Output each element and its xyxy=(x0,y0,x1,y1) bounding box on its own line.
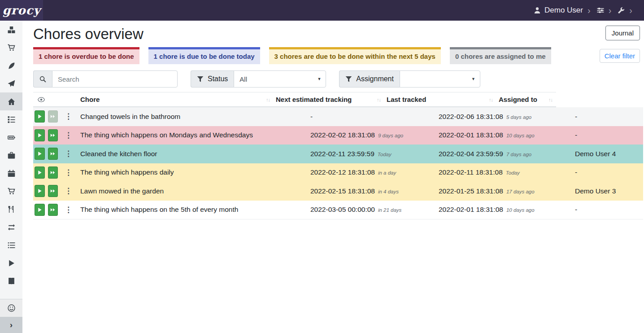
sidebar-item-consume[interactable] xyxy=(0,200,22,218)
chore-name[interactable]: Changed towels in the bathroom xyxy=(78,113,308,121)
settings-menu[interactable]: › xyxy=(597,6,612,15)
sidebar-expand-button[interactable]: › xyxy=(0,317,22,333)
last-tracked-cell: 2022-02-01 18:31:0810 days ago xyxy=(436,206,573,214)
chore-name[interactable]: Cleaned the kitchen floor xyxy=(78,150,308,158)
sidebar-item-tasks[interactable] xyxy=(0,110,22,128)
home-icon xyxy=(8,98,15,105)
exchange-icon xyxy=(8,223,15,231)
table-header: Chore ↑↓ Next estimated tracking ↑↓ Last… xyxy=(33,92,556,107)
user-menu[interactable]: Demo User › xyxy=(534,6,591,15)
column-header-next-tracking[interactable]: Next estimated tracking ↑↓ xyxy=(274,92,384,106)
assignment-select[interactable]: ▼ xyxy=(400,70,480,88)
wrench-icon xyxy=(618,7,625,14)
fast-forward-icon xyxy=(50,114,55,119)
journal-button[interactable]: Journal xyxy=(605,26,640,40)
column-header-chore[interactable]: Chore ↑↓ xyxy=(78,92,274,106)
list-icon xyxy=(8,241,15,249)
track-chore-button[interactable] xyxy=(35,166,45,179)
clear-filter-button[interactable]: Clear filter xyxy=(600,49,640,63)
status-banner[interactable]: 3 chores are due to be done within the n… xyxy=(269,47,441,64)
row-menu-button[interactable]: ⋮ xyxy=(62,150,74,158)
sidebar-item-inventory[interactable] xyxy=(0,236,22,254)
row-menu-button[interactable]: ⋮ xyxy=(62,187,74,195)
app-logo[interactable]: grocy xyxy=(0,0,43,21)
status-filter-group: Status All ▼ xyxy=(191,70,326,88)
chore-name[interactable]: The thing which happens on the 5th of ev… xyxy=(78,206,308,214)
assigned-to-cell: - xyxy=(573,206,643,214)
feather-icon xyxy=(8,62,15,70)
chore-name[interactable]: Lawn mowed in the garden xyxy=(78,187,308,195)
cart-plus-icon xyxy=(8,188,15,195)
skip-chore-button[interactable] xyxy=(48,129,58,141)
play-icon xyxy=(37,114,42,119)
sidebar-footer: › xyxy=(0,299,22,333)
assignment-filter-label: Assignment xyxy=(356,75,394,83)
row-actions: ⋮ xyxy=(33,166,78,179)
sidebar-item-equipment[interactable] xyxy=(0,146,22,164)
skip-chore-button[interactable] xyxy=(48,204,58,216)
column-header-assigned-to[interactable]: Assigned to ↑↓ xyxy=(496,92,556,106)
smiley-icon xyxy=(8,304,15,312)
timeago-text: 10 days ago xyxy=(506,133,535,138)
sidebar-item-stock-overview[interactable] xyxy=(0,21,22,39)
assigned-to-cell: Demo User 4 xyxy=(573,150,643,158)
row-menu-button[interactable]: ⋮ xyxy=(62,131,74,139)
filter-icon xyxy=(197,76,204,83)
chore-name[interactable]: The thing which happens on Mondays and W… xyxy=(78,131,308,139)
track-chore-button[interactable] xyxy=(35,185,45,197)
sidebar-item-calendar[interactable] xyxy=(0,164,22,182)
chevron-right-icon: › xyxy=(609,6,612,15)
skip-chore-button[interactable] xyxy=(48,166,58,179)
status-select[interactable]: All ▼ xyxy=(234,70,326,88)
chore-name[interactable]: The thing which happens daily xyxy=(78,168,308,176)
skip-chore-button[interactable] xyxy=(48,148,58,160)
row-menu-button[interactable]: ⋮ xyxy=(62,206,74,214)
assignment-filter-prepend: Assignment xyxy=(339,70,400,88)
filter-icon xyxy=(345,76,352,83)
last-tracked-cell: 2022-02-04 23:59:597 days ago xyxy=(436,150,573,158)
chore-row: ⋮The thing which happens daily2022-02-12… xyxy=(33,163,643,182)
sidebar-item-shopping-list[interactable] xyxy=(0,39,22,57)
book-icon xyxy=(8,277,15,285)
chevron-right-icon: › xyxy=(587,6,591,15)
sidebar-item-chore-tracking[interactable] xyxy=(0,254,22,272)
user-icon xyxy=(534,7,541,14)
status-filter-prepend: Status xyxy=(191,70,234,88)
skip-chore-button[interactable] xyxy=(48,185,58,197)
row-menu-button[interactable]: ⋮ xyxy=(62,169,74,176)
assigned-to-cell: Demo User 3 xyxy=(573,187,643,195)
skip-chore-button[interactable] xyxy=(48,110,58,123)
play-icon xyxy=(37,188,42,193)
status-banner[interactable]: 0 chores are assigned to me xyxy=(450,47,551,64)
track-chore-button[interactable] xyxy=(35,204,45,216)
fast-forward-icon xyxy=(50,170,55,175)
row-menu-button[interactable]: ⋮ xyxy=(62,113,74,120)
track-chore-button[interactable] xyxy=(35,110,45,123)
sidebar-item-batteries-overview[interactable] xyxy=(0,128,22,146)
search-icon xyxy=(39,76,46,83)
sidebar-item-battery-tracking[interactable] xyxy=(0,272,22,290)
sidebar-item-meal-plan[interactable] xyxy=(0,74,22,92)
last-tracked-cell: 2022-02-11 18:31:08Today xyxy=(436,168,573,176)
sidebar-item-transfer[interactable] xyxy=(0,218,22,236)
status-banner[interactable]: 1 chore is overdue to be done xyxy=(33,47,139,64)
battery-icon xyxy=(8,134,15,141)
fast-forward-icon xyxy=(50,188,55,193)
next-tracking-cell: - xyxy=(308,113,436,121)
search-input[interactable] xyxy=(52,70,178,88)
sidebar-item-purchase[interactable] xyxy=(0,182,22,200)
admin-menu[interactable]: › xyxy=(618,6,632,15)
column-header-visibility[interactable] xyxy=(33,92,78,106)
fast-forward-icon xyxy=(50,207,55,212)
timeago-text: 5 days ago xyxy=(506,114,531,120)
track-chore-button[interactable] xyxy=(35,148,45,160)
column-header-last-tracked[interactable]: Last tracked ↑↓ xyxy=(384,92,496,106)
page-title: Chores overview xyxy=(33,26,144,43)
sidebar-item-chores-overview[interactable] xyxy=(0,92,22,110)
sidebar-item-recipes[interactable] xyxy=(0,57,22,74)
sidebar-item-userentities[interactable] xyxy=(0,299,22,317)
status-banner[interactable]: 1 chore is due to be done today xyxy=(148,47,260,64)
play-icon xyxy=(37,133,42,138)
timeago-text: in 4 days xyxy=(378,189,399,194)
track-chore-button[interactable] xyxy=(35,129,45,141)
